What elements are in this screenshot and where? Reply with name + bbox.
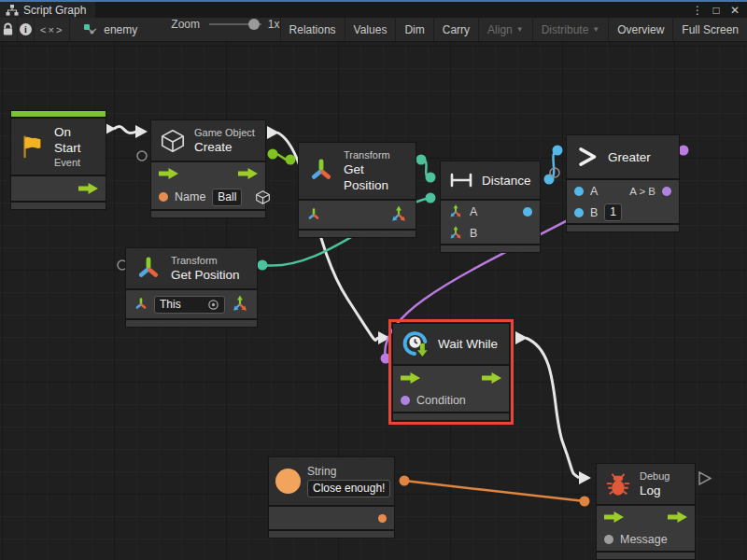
exec-output-port[interactable] [482,372,501,384]
code-view-button[interactable]: <×> [35,18,70,41]
node-title: On Start [54,124,97,156]
node-title: Create [194,139,255,155]
node-category: Debug [640,469,669,483]
node-get-position-1[interactable]: Transform Get Position [299,143,416,237]
node-category: Transform [344,148,407,161]
event-accent-bar [11,111,106,117]
cube-icon [160,128,186,154]
code-icon: <×> [40,24,63,35]
input-port-b[interactable] [574,208,584,217]
node-wait-while[interactable]: Wait While Condition [393,324,509,420]
transform-input-port[interactable] [134,297,148,312]
node-footer [441,245,540,252]
titlebar: Script Graph ⋮ □ ✕ [0,2,747,18]
transform-icon [307,157,335,185]
relations-button[interactable]: Relations [280,18,345,41]
target-object-field[interactable]: This [154,296,225,314]
result-output-port[interactable] [662,187,671,196]
node-category: Transform [171,254,240,267]
window-close-button[interactable]: ✕ [728,4,741,17]
window-maximize-button[interactable]: □ [710,4,723,17]
node-get-position-2[interactable]: Transform Get Position This [126,248,257,327]
port-b-label: B [590,206,598,219]
string-value-field[interactable]: Close enough! [307,480,390,497]
exec-input-port[interactable] [604,511,624,523]
node-distance[interactable]: Distance A [441,161,540,252]
result-label: A > B [629,186,655,197]
exec-input-port[interactable] [401,372,420,384]
node-title: String [307,465,390,478]
input-port-a[interactable] [574,187,584,196]
align-dropdown-button[interactable]: Align▼ [478,18,532,41]
distance-output-port[interactable] [523,207,532,217]
zoom-slider[interactable] [209,18,261,31]
condition-label: Condition [416,394,466,407]
vector3-output-port[interactable] [231,295,249,314]
window-menu-button[interactable]: ⋮ [691,4,704,17]
toolbar: i <×> enemy Zoom 1x Relations Values Dim… [0,18,747,42]
full-screen-button[interactable]: Full Screen [672,18,747,41]
node-subtitle: Event [54,156,97,169]
graph-node-icon [83,23,98,36]
transform-icon [134,255,162,283]
port-a-label: A [470,205,477,218]
overview-button[interactable]: Overview [608,18,672,41]
node-footer [597,553,695,559]
vector3-output-port[interactable] [389,205,408,224]
node-title: Get Position [344,161,407,193]
chevron-down-icon: ▼ [516,25,524,34]
distribute-dropdown-button[interactable]: Distribute▼ [532,18,609,41]
name-input-port[interactable] [159,192,168,202]
vector3-input-port-a[interactable] [448,204,463,219]
b-value-field[interactable]: 1 [604,203,622,221]
graph-name: enemy [104,23,137,36]
node-title: Greater [608,149,651,165]
node-category: Game Object [194,126,255,139]
node-create-game-object[interactable]: Game Object Create Name Ball [151,120,265,217]
node-string-literal[interactable]: String Close enough! [269,457,394,538]
lock-button[interactable] [0,18,18,41]
exec-output-port[interactable] [668,511,687,523]
exec-output-port[interactable] [238,168,258,179]
message-input-port[interactable] [604,535,613,544]
name-port-label: Name [175,190,205,203]
node-title: Log [640,483,669,498]
name-input-field[interactable]: Ball [212,189,242,206]
node-footer [11,203,106,209]
node-title: Get Position [171,267,240,283]
exec-output-port[interactable] [78,183,98,194]
graph-canvas[interactable]: On Start Event [0,42,747,560]
tab-script-graph[interactable]: Script Graph [0,2,95,18]
graph-hierarchy-icon [6,5,19,16]
condition-input-port[interactable] [401,396,410,405]
node-greater[interactable]: Greater A A > B B 1 [567,135,679,231]
script-graph-window: Script Graph ⋮ □ ✕ i <×> [0,0,747,560]
message-label: Message [620,533,668,546]
node-footer [299,231,416,237]
graph-breadcrumb[interactable]: enemy [83,18,137,41]
port-b-label: B [470,227,477,240]
port-a-label: A [590,185,598,198]
node-title: Distance [482,173,531,189]
node-footer [151,211,265,217]
flag-icon [20,133,46,160]
zoom-label: Zoom [171,18,200,41]
dim-button[interactable]: Dim [395,18,432,41]
carry-button[interactable]: Carry [433,18,478,41]
object-picker-icon[interactable] [207,299,219,311]
vector3-input-port-b[interactable] [448,226,463,241]
gameobject-output-port[interactable] [255,189,271,205]
string-output-port[interactable] [378,514,387,523]
zoom-value: 1x [268,18,280,41]
message-wire [404,481,585,501]
values-button[interactable]: Values [345,18,396,41]
zoom-slider-knob[interactable] [248,19,260,30]
node-debug-log[interactable]: Debug Log Message [597,464,695,559]
node-footer [126,320,257,327]
info-button[interactable]: i [18,18,35,41]
node-on-start-event[interactable]: On Start Event [11,111,106,209]
node-footer [567,225,679,231]
transform-input-port[interactable] [306,207,321,222]
info-icon: i [20,23,32,35]
exec-input-port[interactable] [159,168,178,179]
